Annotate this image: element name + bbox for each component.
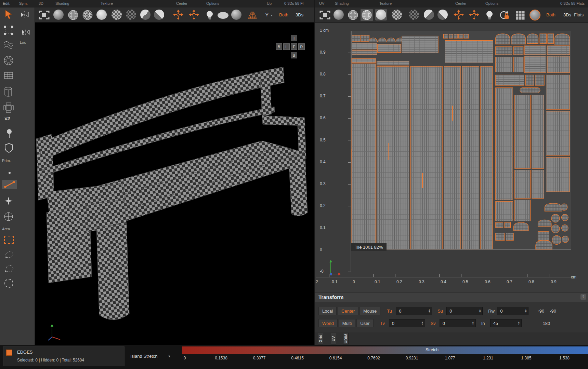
uv-display-flats-button[interactable]: Flats [574, 12, 584, 17]
translate-v-spinner[interactable]: ▲▼ [420, 321, 425, 325]
center-selection-icon[interactable] [173, 10, 183, 20]
texture-gradient-alt-icon[interactable] [154, 10, 164, 20]
rotate-increment-value[interactable]: 45 [491, 321, 517, 326]
cylinder-unwrap-tool[interactable] [3, 86, 13, 98]
pivot-user-button[interactable]: User [356, 319, 373, 327]
view-cube-right[interactable]: R [298, 43, 305, 50]
scale-v-spinner[interactable]: ▲▼ [471, 321, 475, 325]
tab-udim[interactable]: UDIM [343, 333, 349, 344]
translate-u-spinner[interactable]: ▲▼ [427, 309, 432, 313]
up-axis-value[interactable]: Y [265, 12, 269, 17]
shading-checker-wire-icon[interactable] [82, 10, 93, 20]
uv-texture-checker-icon[interactable] [392, 10, 402, 20]
maximize-viewport-icon[interactable] [38, 10, 50, 20]
island-select-tool[interactable] [4, 212, 13, 221]
uv-shading-wire-icon[interactable] [348, 10, 358, 20]
sphere-view-icon[interactable] [231, 10, 241, 20]
pivot-center-button[interactable]: Center [338, 307, 358, 315]
rotate-increment-spinner[interactable]: ▲▼ [517, 321, 521, 325]
uv-center-selection-icon[interactable] [454, 10, 464, 20]
uv-display-3ds-button[interactable]: 3Ds [563, 12, 571, 17]
view-cube-left[interactable]: L [283, 43, 290, 50]
uv-texture-gradient-alt-icon[interactable] [437, 10, 448, 20]
up-axis-caret-icon[interactable]: ▾ [271, 14, 273, 17]
uv-display-both-button[interactable]: Both [546, 12, 556, 17]
point-select-tool[interactable] [9, 172, 11, 174]
texture-checker-icon[interactable] [112, 10, 122, 20]
rotate-w-value[interactable]: 0 [497, 309, 523, 314]
polygon-area-tool[interactable] [4, 264, 14, 273]
uv-shading-solid-icon[interactable] [334, 10, 344, 20]
backface-toggle-icon[interactable] [217, 11, 229, 20]
shading-flat-icon[interactable] [96, 10, 107, 20]
symmetry-toggle-icon[interactable] [20, 11, 29, 18]
spin-down-icon[interactable]: ▼ [420, 323, 425, 325]
shading-solid-icon[interactable] [53, 10, 64, 20]
maximize-uv-viewport-icon[interactable] [319, 10, 331, 20]
uv-texture-gradient-icon[interactable] [424, 10, 434, 20]
grid-toggle-icon[interactable] [515, 11, 525, 20]
protect-tool[interactable] [4, 143, 13, 153]
rotate-plus-90-button[interactable]: +90 [537, 309, 544, 314]
spin-down-icon[interactable]: ▼ [478, 311, 482, 313]
uv-fill-active-icon[interactable] [375, 9, 387, 20]
lock-rotation-icon[interactable] [499, 10, 510, 20]
rotate-minus-90-button[interactable]: -90 [550, 309, 556, 314]
uv-wireframe-active-icon[interactable] [361, 9, 373, 21]
rotate-w-field[interactable]: 0 ▲▼ [497, 307, 528, 315]
symmetry-local-toggle-icon[interactable] [21, 29, 30, 36]
display-3ds-button[interactable]: 3Ds [296, 12, 303, 17]
shading-wireframe-icon[interactable] [68, 10, 79, 20]
transform-gizmo-tool[interactable] [3, 25, 14, 36]
display-both-button[interactable]: Both [279, 12, 288, 17]
viewport-3d[interactable]: T B L F R B [35, 23, 314, 345]
scale-v-value[interactable]: 0 [440, 321, 471, 326]
scale-u-field[interactable]: 0 ▲▼ [446, 307, 483, 315]
rotate-180-button[interactable]: 180 [543, 321, 550, 326]
translate-u-value[interactable]: 0 [396, 309, 427, 314]
spin-down-icon[interactable]: ▼ [517, 323, 521, 325]
perspective-grid-icon[interactable] [247, 11, 258, 19]
texture-checker-dark-icon[interactable] [126, 10, 136, 20]
circle-area-tool[interactable] [4, 279, 13, 288]
uv-texture-checker-dark-icon[interactable] [409, 10, 419, 20]
uv-editor[interactable]: 1 cm 0.9 0.8 0.7 0.6 0.5 0.4 0.3 0.2 0.1… [314, 23, 588, 292]
lasso-area-tool[interactable] [4, 250, 14, 259]
space-world-button[interactable]: World [318, 319, 338, 327]
view-cube-top[interactable]: T [291, 35, 297, 41]
light-toggle-icon[interactable] [206, 10, 213, 20]
view-cube-back[interactable]: B [276, 43, 282, 50]
select-cursor-tool[interactable] [4, 10, 13, 19]
box-unwrap-tool[interactable] [3, 102, 14, 113]
texture-gradient-icon[interactable] [140, 10, 151, 20]
planar-projection-tool[interactable] [3, 71, 14, 80]
optimize-tool[interactable] [3, 40, 14, 49]
tile-boundary-icon[interactable] [530, 10, 540, 20]
view-cube-bottom[interactable]: B [291, 52, 297, 58]
tab-uv[interactable]: UV [331, 333, 336, 344]
translate-u-field[interactable]: 0 ▲▼ [396, 307, 432, 315]
center-island-icon[interactable] [189, 10, 199, 20]
view-cube-front[interactable]: F [291, 43, 297, 50]
tab-grid[interactable]: Grid [318, 333, 323, 344]
uv-light-toggle-icon[interactable] [486, 10, 493, 20]
rotate-increment-field[interactable]: 45 ▲▼ [490, 319, 522, 327]
pivot-multi-button[interactable]: Multi [339, 319, 355, 327]
space-local-button[interactable]: Local [318, 307, 337, 315]
spin-down-icon[interactable]: ▼ [523, 311, 528, 313]
uv-islands-canvas[interactable] [351, 31, 571, 250]
translate-v-field[interactable]: 0 ▲▼ [389, 319, 425, 327]
uv-center-island-icon[interactable] [469, 10, 479, 20]
metric-dropdown[interactable]: Island Stretch ▼ [130, 354, 171, 359]
help-button[interactable]: ? [580, 294, 586, 300]
rotate-w-spinner[interactable]: ▲▼ [523, 309, 528, 313]
polygon-select-tool[interactable] [4, 196, 13, 206]
scale-u-spinner[interactable]: ▲▼ [478, 309, 482, 313]
spin-down-icon[interactable]: ▼ [471, 323, 475, 325]
pivot-mouse-button[interactable]: Mouse [360, 307, 380, 315]
rectangle-area-tool[interactable] [4, 236, 14, 244]
pin-tool[interactable] [5, 128, 13, 139]
edge-select-tool[interactable] [2, 180, 17, 189]
scale-u-value[interactable]: 0 [447, 309, 478, 314]
sphere-projection-tool[interactable] [3, 55, 14, 66]
